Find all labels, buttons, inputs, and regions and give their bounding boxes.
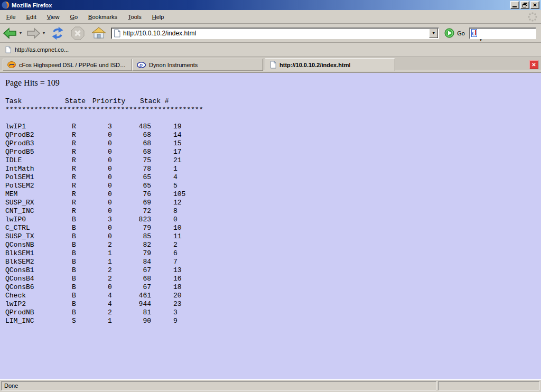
cell-stack: 823 [138, 216, 151, 224]
table-row: QProdB5R06817 [5, 148, 203, 156]
cell-state: B [72, 300, 108, 309]
close-button[interactable]: ✕ [530, 1, 539, 9]
cell-number: 9 [151, 317, 203, 325]
cell-task: BlkSEM1 [5, 249, 72, 258]
cell-priority: 0 [108, 283, 138, 292]
cell-priority: 0 [108, 207, 138, 216]
cell-task: IDLE [5, 156, 72, 165]
cell-priority: 2 [108, 309, 138, 317]
cell-priority: 0 [108, 148, 138, 156]
cell-state: B [72, 249, 108, 258]
menu-item-tools[interactable]: Tools [124, 12, 146, 22]
page-icon [269, 61, 276, 69]
table-row: QConsB4B26816 [5, 275, 203, 283]
cell-priority: 4 [108, 300, 138, 309]
header-stack: Stack # [140, 97, 203, 106]
search-box: G▼ [469, 27, 536, 39]
table-row: QProdB3R06815 [5, 139, 203, 148]
svg-text:D: D [139, 63, 143, 68]
task-table: Task State Priority Stack # ************… [5, 97, 203, 325]
table-row: CNT_INCR0728 [5, 207, 203, 216]
table-separator: ****************************************… [5, 106, 203, 114]
status-bar: Done [0, 379, 541, 392]
cell-task: SUSP_TX [5, 232, 72, 241]
cell-stack: 68 [138, 131, 151, 139]
cell-number: 21 [151, 156, 203, 165]
restore-button[interactable] [520, 1, 529, 9]
cell-number: 3 [151, 309, 203, 317]
page-content: Page Hits = 109 Task State Priority Stac… [0, 73, 541, 379]
go-label[interactable]: Go [457, 30, 465, 36]
cell-number: 15 [151, 139, 203, 148]
cell-priority: 0 [108, 131, 138, 139]
back-dropdown[interactable]: ▼ [18, 25, 23, 41]
cell-priority: 1 [108, 258, 138, 266]
cell-number: 105 [151, 190, 203, 199]
back-button[interactable] [2, 25, 18, 41]
page-icon [5, 46, 11, 53]
cell-state: R [72, 190, 108, 199]
table-row: lwIP1R348519 [5, 123, 203, 131]
cell-stack: 90 [138, 317, 151, 325]
minimize-button[interactable] [510, 1, 519, 9]
cell-task: BlkSEM2 [5, 258, 72, 266]
cell-stack: 82 [138, 241, 151, 249]
tab-active-index[interactable]: http://10.0.10.2/index.html [265, 58, 395, 71]
cell-task: LIM_INC [5, 317, 72, 325]
table-row: QConsB6B06718 [5, 283, 203, 292]
cell-number: 5 [151, 182, 203, 190]
menu-item-file[interactable]: File [2, 12, 20, 22]
reload-button[interactable] [50, 25, 66, 41]
url-input[interactable] [123, 29, 429, 38]
menu-item-bookmarks[interactable]: Bookmarks [84, 12, 122, 22]
forward-dropdown[interactable]: ▼ [41, 25, 46, 41]
google-engine-icon[interactable]: G▼ [471, 29, 477, 37]
home-icon [91, 26, 106, 40]
minimize-icon [512, 6, 517, 7]
stop-icon [71, 26, 85, 40]
cell-priority: 0 [108, 139, 138, 148]
cell-task: IntMath [5, 165, 72, 173]
cell-task: lwIP1 [5, 123, 72, 131]
table-row: QConsNBB2822 [5, 241, 203, 249]
cell-stack: 65 [138, 182, 151, 190]
home-button[interactable] [91, 25, 107, 41]
cell-number: 23 [151, 300, 203, 309]
go-button[interactable] [444, 28, 454, 38]
cell-stack: 69 [138, 199, 151, 207]
cell-state: R [72, 123, 108, 131]
tab-cfos[interactable]: cFos Highspeed DSL / PPPoE und ISDN CAP.… [3, 59, 132, 71]
table-row: QConsB1B26713 [5, 266, 203, 275]
cell-priority: 4 [108, 292, 138, 300]
header-task: Task [5, 97, 65, 106]
table-row: MEMR076105 [5, 190, 203, 199]
cell-stack: 68 [138, 275, 151, 283]
cell-priority: 1 [108, 317, 138, 325]
tab-close-button[interactable]: ✕ [529, 60, 538, 69]
table-row: LIM_INCS1909 [5, 317, 203, 325]
cell-stack: 67 [138, 266, 151, 275]
menu-item-help[interactable]: Help [148, 12, 169, 22]
search-input[interactable] [480, 29, 541, 38]
reload-icon [50, 26, 65, 41]
bookmark-item[interactable]: http://as.cmpnet.co... [2, 45, 72, 54]
stop-button[interactable] [70, 25, 86, 41]
table-row: IntMathR0781 [5, 165, 203, 173]
cell-state: B [72, 224, 108, 232]
cell-number: 20 [151, 292, 203, 300]
cell-number: 6 [151, 249, 203, 258]
status-text: Done [4, 382, 18, 389]
cell-priority: 3 [108, 216, 138, 224]
cell-state: R [72, 131, 108, 139]
url-dropdown-button[interactable]: ▼ [429, 29, 438, 38]
throbber-icon [527, 12, 538, 22]
menu-item-edit[interactable]: Edit [22, 12, 41, 22]
cell-task: QProdB3 [5, 139, 72, 148]
cell-state: B [72, 283, 108, 292]
tab-dynon[interactable]: D Dynon Instruments [132, 59, 263, 71]
forward-button[interactable] [25, 25, 41, 41]
menu-item-view[interactable]: View [43, 12, 64, 22]
cell-stack: 85 [138, 232, 151, 241]
back-arrow-icon [3, 26, 17, 41]
menu-item-go[interactable]: Go [66, 12, 82, 22]
